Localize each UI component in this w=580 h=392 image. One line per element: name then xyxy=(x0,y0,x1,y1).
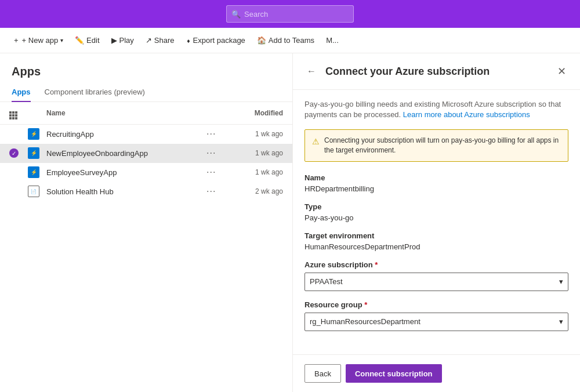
modified-date: 1 wk ago xyxy=(225,168,283,176)
tab-apps[interactable]: Apps xyxy=(12,83,31,102)
panel-description: Pay-as-you-go billing needs and existing… xyxy=(304,99,568,120)
right-panel: ← Connect your Azure subscription ✕ Pay-… xyxy=(293,53,580,392)
more-button[interactable]: M... xyxy=(321,33,343,48)
resource-group-field-group: Resource group rg_HumanResourcesDepartme… xyxy=(304,300,568,331)
check-icon: ✓ xyxy=(9,148,19,158)
new-app-button[interactable]: + + New app ▾ xyxy=(9,33,68,48)
search-input[interactable] xyxy=(244,10,349,19)
alert-text: Connecting your subscription will turn o… xyxy=(324,136,561,155)
panel-title: Connect your Azure subscription xyxy=(325,66,548,78)
app-icon: ⚡ xyxy=(28,147,39,159)
azure-subscription-group: Azure subscription PPAATest ▾ xyxy=(304,260,568,291)
play-icon: ▶ xyxy=(111,36,117,45)
app-name: EmployeeSurveyApp xyxy=(46,168,206,177)
name-field-section: Name HRDepartmentbilling xyxy=(304,173,568,193)
col-name-header: Name xyxy=(46,109,225,117)
chevron-down-icon: ▾ xyxy=(559,277,563,286)
table-row[interactable]: ✓ ⚡ NewEmployeeOnboardingApp ··· 1 wk ag… xyxy=(0,144,292,163)
document-icon: 📄 xyxy=(28,186,39,197)
target-env-field-section: Target environment HumanResourcesDepartm… xyxy=(304,231,568,251)
modified-date: 1 wk ago xyxy=(225,130,283,138)
back-nav-button[interactable]: ← xyxy=(304,64,318,79)
row-checkbox: ✓ xyxy=(9,148,28,158)
table-row[interactable]: ⚡ RecruitingApp ··· 1 wk ago xyxy=(0,125,292,144)
app-icon: ⚡ xyxy=(28,166,39,178)
column-menu-icon xyxy=(9,111,17,119)
azure-subscription-value: PPAATest xyxy=(310,277,343,286)
row-actions[interactable]: ··· xyxy=(206,186,225,197)
resource-group-dropdown[interactable]: rg_HumanResourcesDepartment ▾ xyxy=(304,313,568,331)
plus-icon: + xyxy=(14,36,19,45)
top-bar: 🔍 xyxy=(0,0,580,28)
resource-group-value: rg_HumanResourcesDepartment xyxy=(310,317,420,326)
panel-body: Pay-as-you-go billing needs and existing… xyxy=(293,90,580,350)
teams-icon: 🏠 xyxy=(257,36,266,45)
panel-footer: Back Connect subscription xyxy=(293,354,580,392)
alert-banner: ⚠ Connecting your subscription will turn… xyxy=(304,129,568,162)
app-name: Solution Health Hub xyxy=(46,187,206,196)
warning-icon: ⚠ xyxy=(312,136,320,148)
row-actions[interactable]: ··· xyxy=(206,148,225,158)
learn-more-link[interactable]: Learn more about Azure subscriptions xyxy=(403,110,530,119)
resource-group-label: Resource group xyxy=(304,300,568,309)
name-value: HRDepartmentbilling xyxy=(304,184,568,193)
search-box[interactable]: 🔍 xyxy=(226,5,354,23)
tabs: Apps Component libraries (preview) xyxy=(0,83,292,102)
row-actions[interactable]: ··· xyxy=(206,129,225,139)
play-button[interactable]: ▶ Play xyxy=(107,33,139,48)
app-name: NewEmployeeOnboardingApp xyxy=(46,149,206,158)
back-button[interactable]: Back xyxy=(304,364,341,383)
export-package-button[interactable]: ⬧ Export package xyxy=(182,33,250,48)
azure-subscription-dropdown[interactable]: PPAATest ▾ xyxy=(304,273,568,291)
azure-subscription-label: Azure subscription xyxy=(304,260,568,269)
main-content: Apps Apps Component libraries (preview) … xyxy=(0,53,580,392)
search-icon: 🔍 xyxy=(231,10,241,19)
row-actions[interactable]: ··· xyxy=(206,167,225,177)
modified-date: 2 wk ago xyxy=(225,187,283,195)
modified-date: 1 wk ago xyxy=(225,149,283,157)
edit-icon: ✏️ xyxy=(75,36,84,45)
type-value: Pay-as-you-go xyxy=(304,213,568,222)
page-title: Apps xyxy=(0,53,292,83)
type-field-section: Type Pay-as-you-go xyxy=(304,202,568,222)
table-header: Name Modified xyxy=(0,102,292,125)
toolbar: + + New app ▾ ✏️ Edit ▶ Play ↗ Share ⬧ E… xyxy=(0,28,580,53)
table-row[interactable]: ⚡ EmployeeSurveyApp ··· 1 wk ago xyxy=(0,163,292,182)
table-row[interactable]: 📄 Solution Health Hub ··· 2 wk ago xyxy=(0,182,292,201)
edit-button[interactable]: ✏️ Edit xyxy=(70,33,104,48)
export-icon: ⬧ xyxy=(186,36,191,45)
name-label: Name xyxy=(304,173,568,182)
close-button[interactable]: ✕ xyxy=(555,63,568,80)
share-icon: ↗ xyxy=(146,36,152,45)
target-env-label: Target environment xyxy=(304,231,568,240)
panel-header: ← Connect your Azure subscription ✕ xyxy=(293,53,580,90)
left-panel: Apps Apps Component libraries (preview) … xyxy=(0,53,293,392)
app-name: RecruitingApp xyxy=(46,130,206,139)
dropdown-arrow-icon: ▾ xyxy=(60,37,63,43)
tab-component-libraries[interactable]: Component libraries (preview) xyxy=(45,83,145,102)
type-label: Type xyxy=(304,202,568,211)
col-modified-header: Modified xyxy=(225,109,283,117)
connect-subscription-button[interactable]: Connect subscription xyxy=(346,364,442,383)
app-icon: ⚡ xyxy=(28,128,39,140)
chevron-down-icon: ▾ xyxy=(559,317,563,326)
share-button[interactable]: ↗ Share xyxy=(141,33,179,48)
target-env-value: HumanResourcesDepartmentProd xyxy=(304,242,568,251)
add-to-teams-button[interactable]: 🏠 Add to Teams xyxy=(252,33,319,48)
